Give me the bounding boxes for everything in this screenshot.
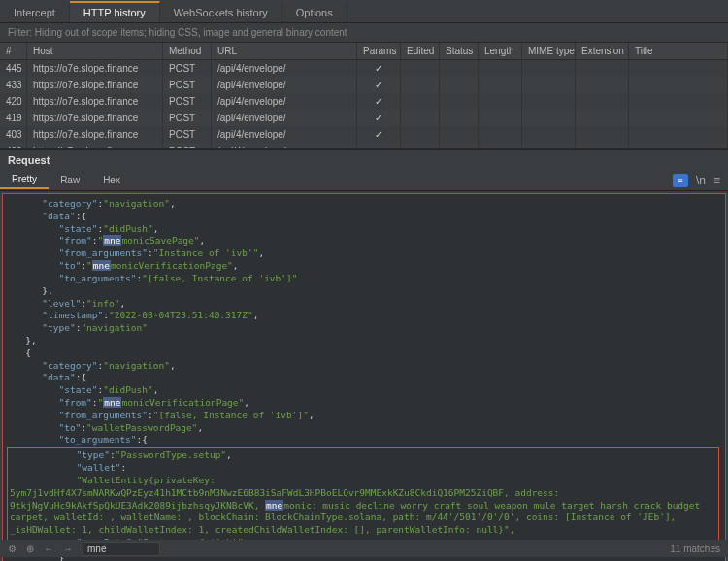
table-row[interactable]: 433https://o7e.slope.financePOST/api/4/e… — [0, 77, 728, 93]
request-section-title: Request — [0, 150, 728, 170]
subtab-hex[interactable]: Hex — [91, 172, 132, 188]
arrow-left-icon[interactable]: ← — [44, 544, 53, 554]
col-edited[interactable]: Edited — [401, 43, 440, 59]
table-row[interactable]: 419https://o7e.slope.financePOST/api/4/e… — [0, 110, 728, 126]
col-url[interactable]: URL — [212, 43, 357, 59]
col-status[interactable]: Status — [440, 43, 479, 59]
editor-subtabs: Pretty Raw Hex ≡ \n ≡ — [0, 170, 728, 191]
col-title[interactable]: Title — [629, 43, 728, 59]
target-icon[interactable]: ⊕ — [26, 544, 34, 554]
col-params[interactable]: Params — [357, 43, 401, 59]
history-table-body: 445https://o7e.slope.financePOST/api/4/e… — [0, 60, 728, 148]
match-count: 11 matches — [670, 544, 720, 554]
table-row[interactable]: 402https://o7e.slope.financePOST/api/4/e… — [0, 143, 728, 148]
search-input[interactable] — [83, 542, 160, 556]
col-length[interactable]: Length — [479, 43, 522, 59]
filter-bar[interactable]: Filter: Hiding out of scope items; hidin… — [0, 23, 728, 43]
subtab-pretty[interactable]: Pretty — [0, 171, 49, 189]
request-body-pretty[interactable]: "category":"navigation", "data":{ "state… — [2, 193, 726, 561]
tab-intercept[interactable]: Intercept — [0, 3, 70, 22]
table-row[interactable]: 403https://o7e.slope.financePOST/api/4/e… — [0, 126, 728, 143]
col-method[interactable]: Method — [163, 43, 212, 59]
table-row[interactable]: 420https://o7e.slope.financePOST/api/4/e… — [0, 93, 728, 110]
tab-websockets-history[interactable]: WebSockets history — [160, 3, 282, 22]
col-mime[interactable]: MIME type — [522, 43, 576, 59]
history-table-header: # Host Method URL Params Edited Status L… — [0, 43, 728, 60]
proxy-tabs: Intercept HTTP history WebSockets histor… — [0, 0, 728, 23]
col-id[interactable]: # — [0, 43, 27, 59]
table-row[interactable]: 445https://o7e.slope.financePOST/api/4/e… — [0, 60, 728, 77]
actions-icon[interactable]: ≡ — [673, 174, 688, 187]
arrow-right-icon[interactable]: → — [63, 544, 73, 554]
tab-http-history[interactable]: HTTP history — [70, 1, 160, 22]
newline-icon[interactable]: \n — [696, 174, 706, 187]
status-bar: ⚙ ⊕ ← → 11 matches — [0, 540, 728, 557]
gear-icon[interactable]: ⚙ — [8, 544, 17, 554]
col-ext[interactable]: Extension — [576, 43, 629, 59]
subtab-raw[interactable]: Raw — [49, 172, 91, 188]
col-host[interactable]: Host — [27, 43, 163, 59]
hamburger-icon[interactable]: ≡ — [713, 174, 720, 187]
tab-options[interactable]: Options — [282, 3, 347, 22]
